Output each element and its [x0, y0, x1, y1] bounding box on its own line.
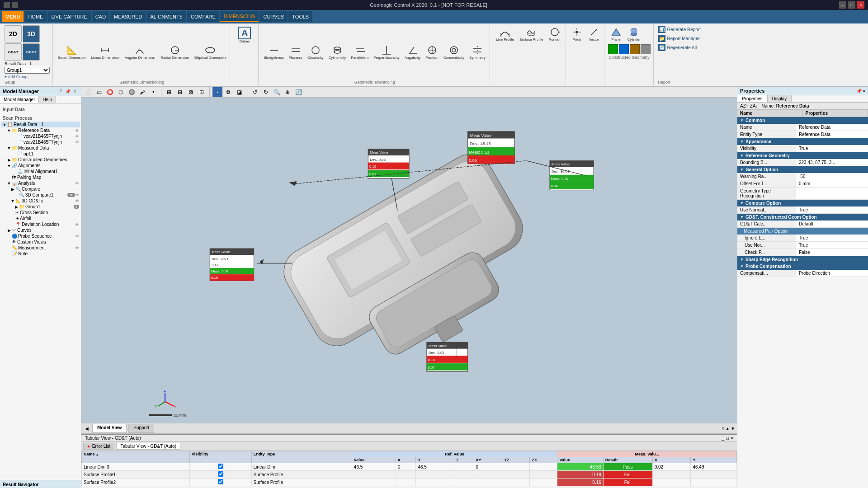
line-profile-button[interactable]: Line Profile: [494, 25, 516, 43]
viewport-3d[interactable]: Meas Value Dev.: 45.15 Meas: 0.53 0.05 M…: [81, 98, 737, 423]
th-yz[interactable]: YZ: [502, 457, 530, 463]
table-scroll[interactable]: Name Visibility Entity Type Ref. Value M…: [81, 451, 737, 488]
view-expand-btn[interactable]: ×: [722, 426, 724, 431]
pairing-map-item[interactable]: 🗺 Pairing Map: [1, 174, 80, 180]
2d-gdt-button[interactable]: GD&T: [5, 43, 22, 61]
vt-rect-btn[interactable]: ▭: [94, 87, 104, 97]
tabular-expand-btn[interactable]: □: [726, 436, 729, 441]
live-capture-menu[interactable]: LIVE CAPTURE: [47, 11, 90, 22]
analysis-item[interactable]: ▼ 📊 Analysis 👁: [1, 180, 80, 186]
th-zx[interactable]: ZX: [530, 457, 557, 463]
datum-button[interactable]: A Datum: [234, 25, 255, 45]
compare-menu[interactable]: COMPARE: [187, 11, 219, 22]
th-z[interactable]: Z: [454, 457, 474, 463]
cell-visibility[interactable]: [189, 463, 251, 471]
model-manager-close[interactable]: ×: [72, 88, 78, 94]
linear-dimension-button[interactable]: Linear Dimension: [89, 43, 121, 61]
table-row[interactable]: Surface Profile1 Surface Profile 0.19 Fa…: [82, 471, 737, 479]
vt-rotate-btn[interactable]: 🔄: [293, 87, 303, 97]
collapse-view-btn[interactable]: ◀: [83, 426, 90, 431]
model-view-tab[interactable]: Model View: [92, 424, 127, 433]
props-pin-btn[interactable]: 📌: [856, 89, 862, 94]
perpendicularity-button[interactable]: Perpendicularity: [371, 43, 401, 61]
th-x2[interactable]: X: [652, 457, 691, 463]
ref-item2[interactable]: 📄 vzav21B465F7ynjn 👁: [1, 139, 80, 145]
vt-wire-btn[interactable]: ⧉: [223, 87, 233, 97]
measured-pair-subsection[interactable]: Measured Pair Option: [737, 228, 868, 235]
compare-option-section[interactable]: Compare Option: [737, 200, 868, 206]
parallelism-button[interactable]: Parallelism: [349, 43, 371, 61]
vt-table-btn[interactable]: ⊡: [197, 87, 207, 97]
minimize-button[interactable]: —: [839, 1, 846, 9]
table-row[interactable]: Linear Dim.3 Linear Dim. 46.5 0 46.5 0 4…: [82, 463, 737, 471]
curves-menu[interactable]: CURVES: [259, 11, 288, 22]
th-result[interactable]: Result: [603, 457, 652, 463]
common-section[interactable]: Common: [737, 117, 868, 124]
vt-shade-btn[interactable]: ◪: [234, 87, 244, 97]
menu-button[interactable]: MENU: [2, 11, 24, 22]
reference-data-item[interactable]: ▼ 📁 Reference Data 👁: [1, 127, 80, 133]
dimensions-menu[interactable]: DIMENSIONS: [220, 11, 259, 22]
cylinder-button[interactable]: Cylinder: [625, 25, 643, 43]
props-close-btn[interactable]: ×: [863, 89, 865, 94]
th-value[interactable]: Value: [352, 457, 396, 463]
flatness-button[interactable]: Flatness: [287, 43, 305, 61]
vt-brush-btn[interactable]: 🖌: [137, 87, 147, 97]
vt-undo-btn[interactable]: ↺: [250, 87, 260, 97]
symmetry-button[interactable]: Symmetry: [467, 43, 488, 61]
surface-profile-button[interactable]: Surface Profile: [517, 25, 545, 43]
regenerate-all-button[interactable]: 🔄 Regenerate All: [658, 43, 701, 52]
close-button[interactable]: ×: [857, 1, 864, 9]
group1-item[interactable]: ▶ 📁 Group1 5: [1, 204, 80, 210]
deviation-location-item[interactable]: 📍 Deviation Location 👁: [1, 221, 80, 227]
th-y2[interactable]: Y: [691, 457, 737, 463]
probe-comp-section[interactable]: Probe Compensation: [737, 263, 868, 270]
th-name[interactable]: Name: [82, 451, 190, 457]
vt-redo-btn[interactable]: ↻: [261, 87, 271, 97]
initial-align-item[interactable]: ⚓ Initial Alignment1: [1, 169, 80, 174]
props-sort-az-btn[interactable]: AZ↑: [740, 103, 748, 108]
vt-view3-btn[interactable]: ⊠: [186, 87, 196, 97]
op11-item[interactable]: 📄 op11: [1, 151, 80, 157]
th-value2[interactable]: Value: [557, 457, 603, 463]
sharp-edge-section[interactable]: Sharp Edge Recognition: [737, 256, 868, 263]
straightness-button[interactable]: Straightness: [261, 43, 286, 61]
cylindricity-button[interactable]: Cylindricity: [326, 43, 349, 61]
tabular-minimize-btn[interactable]: _: [722, 436, 725, 441]
tools-menu[interactable]: TOOLS: [288, 11, 312, 22]
3d-gdt-button[interactable]: GD&T: [23, 43, 40, 61]
3d-button[interactable]: 3D: [23, 25, 40, 42]
angularity-button[interactable]: Angularity: [402, 43, 423, 61]
vt-view1-btn[interactable]: ⊞: [164, 87, 174, 97]
th-visibility[interactable]: Visibility: [189, 451, 251, 457]
position-button[interactable]: Position: [423, 43, 440, 61]
alignments-item[interactable]: ▼ 🔗 Alignments: [1, 163, 80, 169]
maximize-button[interactable]: □: [848, 1, 855, 9]
model-manager-pin[interactable]: 📌: [65, 88, 71, 94]
vt-fit-btn[interactable]: ⊕: [283, 87, 292, 97]
alignments-menu[interactable]: ALIGNMENTS: [146, 11, 186, 22]
home-menu[interactable]: HOME: [24, 11, 47, 22]
measurement-item[interactable]: 📏 Measurement 👁: [1, 245, 80, 251]
general-option-section[interactable]: General Option: [737, 166, 868, 173]
angular-dimension-button[interactable]: ° Angular Dimension: [123, 43, 158, 61]
cross-section-item[interactable]: ✂ Cross Section: [1, 210, 80, 216]
view-close-btn[interactable]: ▼: [731, 426, 735, 431]
add-group-button[interactable]: + Add Group: [5, 75, 50, 79]
probe-sequence-item[interactable]: 🔵 Probe Sequence 👁: [1, 233, 80, 239]
table-row[interactable]: Surface Profile2 Surface Profile 0.16 Fa…: [82, 479, 737, 486]
generate-report-button[interactable]: 📊 Generate Report: [658, 25, 701, 33]
compare3d-item[interactable]: 🔍 3D Compare1 10 👁: [1, 192, 80, 198]
vt-mesh-btn[interactable]: ▪: [212, 87, 222, 97]
circularity-button[interactable]: Circularity: [305, 43, 326, 61]
measured-menu[interactable]: MEASURED: [110, 11, 146, 22]
vt-zoom-btn[interactable]: 🔍: [272, 87, 282, 97]
cell-visibility[interactable]: [189, 479, 251, 486]
th-xy[interactable]: XY: [474, 457, 502, 463]
airfoil-item[interactable]: ✈ Airfoil: [1, 216, 80, 221]
custom-views-item[interactable]: 👁 Custom Views: [1, 239, 80, 245]
tabular-view-tab[interactable]: Tabular View - GD&T (Auto): [116, 443, 180, 450]
runout-button[interactable]: Runout: [547, 25, 563, 43]
error-list-tab[interactable]: ● Error List: [83, 443, 114, 450]
measured-data-item[interactable]: ▼ 📁 Measured Data: [1, 145, 80, 151]
